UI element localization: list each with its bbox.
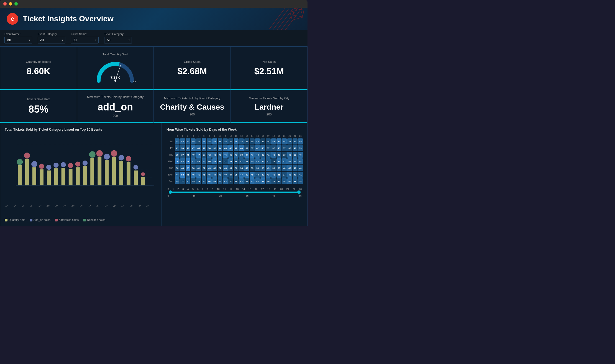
bottom-section: Total Tickets Sold by Ticket Category ba… [0,123,308,226]
heatmap-cell: 51 [186,158,190,164]
heatmap-cell: 44 [175,172,180,178]
heatmap-cell: 45 [287,178,292,184]
heatmap-cell: 48 [250,172,255,178]
heatmap-cell: 37 [287,145,292,151]
filter-event-name-select[interactable]: All [4,37,32,43]
heatmap-cell: 40 [218,178,222,184]
heatmap-cell: 42 [255,178,260,184]
svg-rect-57 [141,177,145,185]
heatmap-cell: 45 [298,138,303,144]
svg-point-46 [96,150,103,157]
svg-rect-51 [119,161,123,185]
svg-text:13.80K: 13.80K [130,81,137,82]
heatmap-cell: 47 [202,138,206,144]
kpi-gross-label: Gross Sales [184,60,201,63]
x-axis-1: 1 [173,188,174,190]
svg-rect-39 [76,167,80,185]
heatmap-cell: 41 [298,172,303,178]
heatmap-cell: 40 [282,165,287,171]
svg-point-50 [111,150,117,157]
heatmap-cell: 38 [293,178,297,184]
heatmap-cell: 45 [186,138,190,144]
window-chrome [0,0,308,8]
svg-rect-55 [134,171,138,185]
heatmap-cell: 42 [282,158,287,164]
maximize-button[interactable] [14,2,18,6]
close-button[interactable] [3,2,7,6]
svg-rect-47 [105,160,109,185]
bar-chart-panel: Total Tickets Sold by Ticket Category ba… [0,123,162,226]
minimize-button[interactable] [9,2,12,6]
heatmap-cell: 39 [255,165,260,171]
svg-rect-35 [62,168,65,185]
kpi-max-event-value: Charity & Causes [160,103,224,112]
filter-event-category-label: Event Category: [38,33,65,36]
slider-right-thumb[interactable] [297,190,301,194]
kpi-rate-value: 85% [29,104,48,115]
heatmap-cell: 45 [250,158,255,164]
heatmap-cell: 42 [255,145,260,151]
heatmap-cell: 40 [293,145,297,151]
svg-rect-45 [98,157,101,185]
heatmap-cell: 40 [228,152,233,158]
x-axis-14: 14 [242,188,245,190]
heatmap-cell: 40 [293,165,297,171]
kpi-gross-value: $2.68M [177,66,207,76]
x-axis-start: 0 [168,188,169,190]
legend-admission-label: Admission sales [59,218,79,221]
heatmap-cell: 53 [180,172,185,178]
x-axis-13: 13 [236,188,239,190]
x-axis-22: 22 [293,188,295,190]
svg-line-3 [281,8,298,30]
heatmap-cell: 43 [260,172,265,178]
heatmap-cell: 47 [196,152,201,158]
heatmap-cell: 37 [271,145,276,151]
heatmap-cell: 43 [180,138,185,144]
bar-chart-svg: 0.3K 0.24K 0.18K 0.12K 0.06K 0K [16,135,154,204]
slider-label-25: 25 [219,194,222,197]
svg-line-1 [273,8,289,30]
kpi-net-value: $2.51M [254,66,284,76]
kpi-max-event-cat: Maximum Tickets Sold by Event Category C… [154,90,231,123]
heatmap-cell: 36 [234,178,239,184]
kpi-max-ticket-value: add_on [98,101,133,113]
kpi-total-label: Total Quantity Sold [102,53,128,56]
heatmap-cell: 38 [239,152,244,158]
slider-left-thumb[interactable] [169,190,172,194]
filter-ticket-category-select[interactable]: All [104,37,132,43]
heatmap-cell: 33 [250,165,255,171]
heatmap-cell: 49 [212,158,217,164]
heatmap-cell: 34 [266,138,271,144]
filter-ticket-name-select[interactable]: All [71,37,99,43]
x-axis-3: 3 [182,188,184,190]
heatmap-cell: 49 [234,138,239,144]
heatmap-cell: 34 [228,172,233,178]
svg-rect-33 [54,168,58,185]
heatmap-panel: Hour Wise Tickets Sold by Days of the We… [162,123,308,226]
heatmap-cell: 44 [202,158,206,164]
chart-legend: Quantity Sold Add_on sales Admission sal… [5,218,157,221]
kpi-max-city-sub: 200 [266,113,271,116]
heatmap-cell: 38 [207,145,212,151]
kpi-max-city-value: Lardner [255,103,283,112]
heatmap-cell: 49 [244,172,249,178]
svg-text:7.28K: 7.28K [111,75,120,79]
heatmap-cell: 37 [282,172,287,178]
legend-admission: Admission sales [55,218,79,221]
heatmap-cell: 34 [228,165,233,171]
x-axis-21: 21 [286,188,289,190]
heatmap-cell: 42 [234,145,239,151]
heatmap-cell: 34 [276,178,281,184]
heatmap-cell: 43 [293,158,297,164]
filter-event-category-select[interactable]: All [38,37,65,43]
heatmap-cell: 46 [196,172,201,178]
heatmap-cell: 43 [228,158,233,164]
heatmap-cell: 38 [234,158,239,164]
svg-point-34 [53,162,58,167]
heatmap-cell: 35 [191,178,196,184]
svg-point-32 [46,165,51,170]
heatmap-cell: 30 [228,178,233,184]
gauge-svg: 7.28K 13.80K [93,59,137,84]
svg-point-52 [119,155,124,161]
heatmap-cell: 39 [276,165,281,171]
